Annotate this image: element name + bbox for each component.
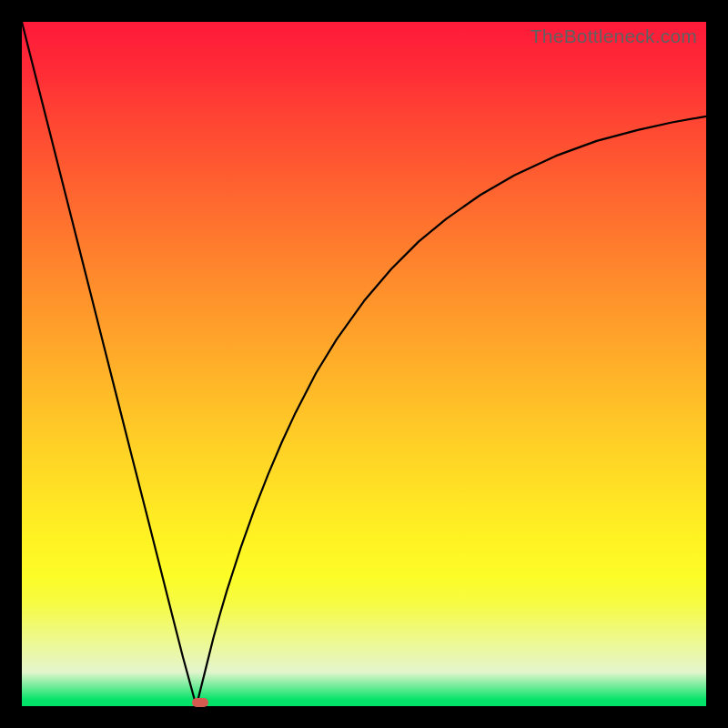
curve-svg [22, 22, 706, 706]
plot-area: TheBottleneck.com [22, 22, 706, 706]
minimum-marker [192, 698, 208, 707]
chart-container: TheBottleneck.com [0, 0, 728, 728]
bottleneck-curve [22, 22, 706, 706]
watermark: TheBottleneck.com [531, 25, 697, 47]
